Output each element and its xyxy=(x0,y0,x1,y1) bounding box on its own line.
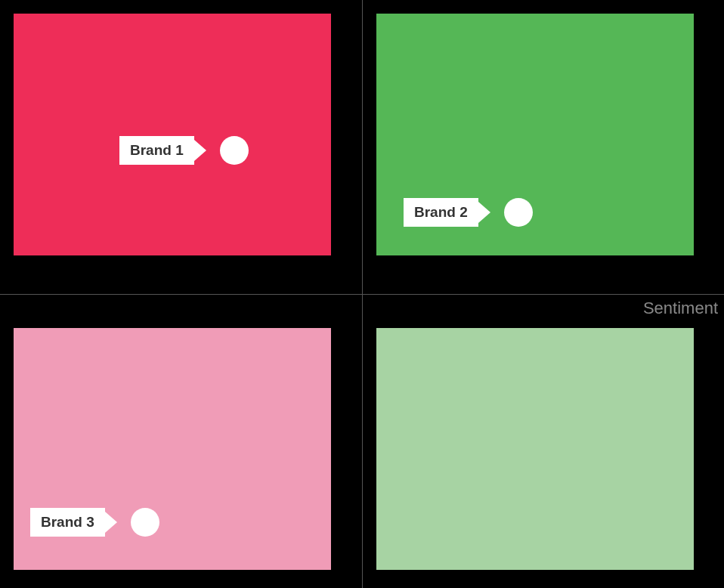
quadrant-bottom-right xyxy=(376,328,694,570)
chevron-right-icon xyxy=(478,202,490,223)
data-point xyxy=(220,136,249,165)
marker-brand-1: Brand 1 xyxy=(119,136,249,165)
marker-label: Brand 1 xyxy=(119,136,194,165)
x-axis-label: Sentiment xyxy=(643,299,718,318)
marker-brand-2: Brand 2 xyxy=(404,198,533,227)
data-point xyxy=(131,508,159,537)
chevron-right-icon xyxy=(105,512,117,533)
quadrant-chart: Sentiment Brand 1 Brand 2 Brand 3 xyxy=(0,0,724,588)
y-axis xyxy=(362,0,363,588)
marker-brand-3: Brand 3 xyxy=(30,508,159,537)
data-point xyxy=(504,198,533,227)
chevron-right-icon xyxy=(194,140,206,161)
marker-label: Brand 3 xyxy=(30,508,105,537)
marker-label: Brand 2 xyxy=(404,198,478,227)
quadrant-top-left xyxy=(14,14,331,255)
